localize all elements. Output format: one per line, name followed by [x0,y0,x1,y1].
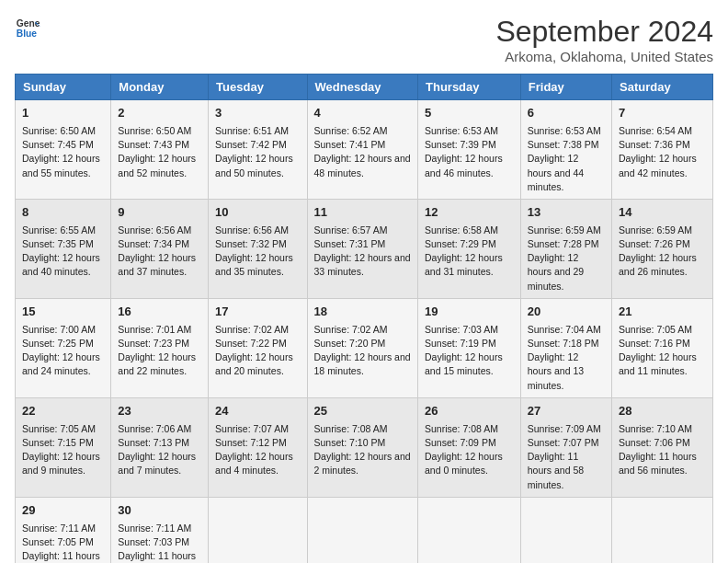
calendar-day-cell: 28Sunrise: 7:10 AMSunset: 7:06 PMDayligh… [612,397,713,497]
day-number: 28 [619,403,706,420]
sunrise-text: Sunrise: 7:08 AM [314,423,388,434]
day-number: 15 [22,304,104,321]
calendar-day-cell [307,497,417,563]
calendar-day-cell: 15Sunrise: 7:00 AMSunset: 7:25 PMDayligh… [16,298,111,397]
sunrise-text: Sunrise: 6:53 AM [425,125,498,136]
calendar-table: Sunday Monday Tuesday Wednesday Thursday… [15,74,713,563]
sunrise-text: Sunrise: 6:54 AM [619,125,692,136]
daylight-text: Daylight: 12 hours and 37 minutes. [118,252,196,277]
calendar-week-row: 8Sunrise: 6:55 AMSunset: 7:35 PMDaylight… [16,199,713,298]
day-number: 9 [118,204,201,222]
daylight-text: Daylight: 12 hours and 40 minutes. [22,252,100,277]
day-number: 30 [118,502,201,520]
calendar-week-row: 15Sunrise: 7:00 AMSunset: 7:25 PMDayligh… [16,298,713,397]
daylight-text: Daylight: 12 hours and 9 minutes. [22,451,100,476]
calendar-day-cell: 10Sunrise: 6:56 AMSunset: 7:32 PMDayligh… [209,199,307,298]
sunrise-text: Sunrise: 7:00 AM [22,324,96,335]
daylight-text: Daylight: 12 hours and 44 minutes. [528,153,584,191]
sunset-text: Sunset: 7:19 PM [425,338,496,349]
day-number: 24 [215,403,300,420]
header-thursday: Thursday [418,75,521,100]
day-number: 5 [425,105,514,122]
sunset-text: Sunset: 7:25 PM [22,338,94,349]
header-wednesday: Wednesday [307,75,417,100]
sunset-text: Sunset: 7:18 PM [528,338,599,349]
sunrise-text: Sunrise: 7:02 AM [215,324,289,335]
page-title: September 2024 [495,15,713,49]
sunrise-text: Sunrise: 6:56 AM [118,224,191,236]
day-number: 13 [528,204,605,222]
sunrise-text: Sunrise: 6:59 AM [528,224,601,236]
sunset-text: Sunset: 7:42 PM [215,139,287,150]
day-number: 18 [314,304,411,321]
title-section: September 2024 Arkoma, Oklahoma, United … [495,15,713,64]
daylight-text: Daylight: 12 hours and 2 minutes. [314,451,411,476]
calendar-day-cell: 11Sunrise: 6:57 AMSunset: 7:31 PMDayligh… [307,199,417,298]
sunrise-text: Sunrise: 7:08 AM [425,423,498,434]
calendar-day-cell: 17Sunrise: 7:02 AMSunset: 7:22 PMDayligh… [209,298,307,397]
sunrise-text: Sunrise: 7:07 AM [215,423,289,434]
daylight-text: Daylight: 11 hours and 51 minutes. [118,550,196,563]
sunset-text: Sunset: 7:07 PM [528,437,599,448]
sunset-text: Sunset: 7:26 PM [619,238,690,249]
sunrise-text: Sunrise: 6:58 AM [425,224,498,236]
daylight-text: Daylight: 12 hours and 26 minutes. [619,252,697,277]
logo: General Blue [15,15,40,40]
sunset-text: Sunset: 7:23 PM [118,338,189,349]
day-number: 2 [118,105,201,122]
calendar-day-cell: 13Sunrise: 6:59 AMSunset: 7:28 PMDayligh… [520,199,611,298]
header-sunday: Sunday [16,75,111,100]
calendar-day-cell: 29Sunrise: 7:11 AMSunset: 7:05 PMDayligh… [16,497,111,563]
sunrise-text: Sunrise: 6:50 AM [22,125,96,136]
calendar-day-cell: 26Sunrise: 7:08 AMSunset: 7:09 PMDayligh… [418,397,521,497]
sunrise-text: Sunrise: 6:50 AM [118,125,191,136]
day-number: 26 [425,403,514,420]
day-number: 6 [528,105,605,122]
sunset-text: Sunset: 7:38 PM [528,139,599,150]
day-number: 8 [22,204,104,222]
sunset-text: Sunset: 7:29 PM [425,238,496,249]
calendar-day-cell: 7Sunrise: 6:54 AMSunset: 7:36 PMDaylight… [612,100,713,200]
calendar-day-cell: 25Sunrise: 7:08 AMSunset: 7:10 PMDayligh… [307,397,417,497]
calendar-day-cell [520,497,611,563]
calendar-day-cell: 1Sunrise: 6:50 AMSunset: 7:45 PMDaylight… [16,100,111,200]
header-monday: Monday [111,75,209,100]
day-number: 7 [619,105,706,122]
daylight-text: Daylight: 12 hours and 11 minutes. [619,351,697,376]
daylight-text: Daylight: 12 hours and 42 minutes. [619,153,697,178]
sunrise-text: Sunrise: 6:56 AM [215,224,289,236]
calendar-day-cell [612,497,713,563]
sunset-text: Sunset: 7:06 PM [619,437,690,448]
header: General Blue September 2024 Arkoma, Okla… [15,15,713,64]
daylight-text: Daylight: 12 hours and 52 minutes. [118,153,196,178]
sunset-text: Sunset: 7:28 PM [528,238,599,249]
daylight-text: Daylight: 12 hours and 35 minutes. [215,252,293,277]
day-number: 3 [215,105,300,122]
sunrise-text: Sunrise: 7:05 AM [619,324,692,335]
weekday-header-row: Sunday Monday Tuesday Wednesday Thursday… [16,75,713,100]
daylight-text: Daylight: 12 hours and 13 minutes. [528,351,584,390]
sunset-text: Sunset: 7:34 PM [118,238,189,249]
daylight-text: Daylight: 11 hours and 56 minutes. [619,451,697,476]
calendar-day-cell: 20Sunrise: 7:04 AMSunset: 7:18 PMDayligh… [520,298,611,397]
calendar-day-cell: 21Sunrise: 7:05 AMSunset: 7:16 PMDayligh… [612,298,713,397]
daylight-text: Daylight: 12 hours and 7 minutes. [118,451,196,476]
sunset-text: Sunset: 7:20 PM [314,338,386,349]
sunrise-text: Sunrise: 7:11 AM [118,523,191,534]
logo-icon: General Blue [15,15,40,40]
svg-text:Blue: Blue [17,29,38,39]
calendar-day-cell: 18Sunrise: 7:02 AMSunset: 7:20 PMDayligh… [307,298,417,397]
daylight-text: Daylight: 12 hours and 4 minutes. [215,451,293,476]
calendar-day-cell: 16Sunrise: 7:01 AMSunset: 7:23 PMDayligh… [111,298,209,397]
daylight-text: Daylight: 12 hours and 55 minutes. [22,153,100,178]
daylight-text: Daylight: 12 hours and 20 minutes. [215,351,293,376]
sunrise-text: Sunrise: 7:06 AM [118,423,191,434]
sunrise-text: Sunrise: 6:57 AM [314,224,388,236]
calendar-day-cell [418,497,521,563]
sunrise-text: Sunrise: 6:52 AM [314,125,388,136]
calendar-day-cell: 19Sunrise: 7:03 AMSunset: 7:19 PMDayligh… [418,298,521,397]
calendar-day-cell: 9Sunrise: 6:56 AMSunset: 7:34 PMDaylight… [111,199,209,298]
calendar-day-cell: 27Sunrise: 7:09 AMSunset: 7:07 PMDayligh… [520,397,611,497]
daylight-text: Daylight: 12 hours and 0 minutes. [425,451,503,476]
sunset-text: Sunset: 7:35 PM [22,238,94,249]
